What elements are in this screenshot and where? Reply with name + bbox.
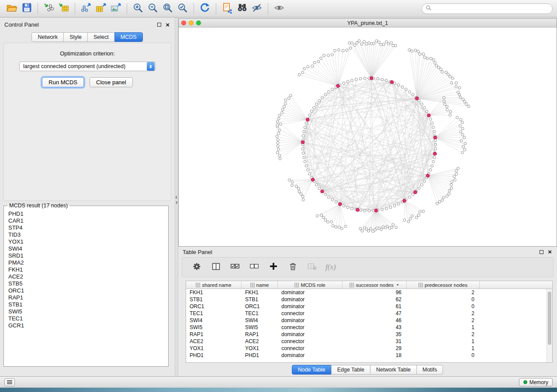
cell[interactable]: 43 [343, 324, 407, 330]
apply-layout-button[interactable] [197, 2, 212, 16]
mcds-node-item[interactable]: ACE2 [8, 273, 168, 280]
float-panel-icon[interactable] [157, 23, 161, 27]
cell[interactable]: 1 [407, 324, 480, 330]
select-all-button[interactable] [229, 261, 241, 273]
mcds-node-item[interactable]: CAR1 [8, 217, 168, 224]
save-session-button[interactable] [19, 2, 34, 16]
cell[interactable]: 46 [343, 317, 407, 323]
cell[interactable]: TEC1 [242, 310, 278, 316]
column-header-name[interactable]: name [242, 281, 278, 289]
cell[interactable]: PHD1 [242, 352, 278, 358]
mcds-node-item[interactable]: YOX1 [8, 238, 168, 245]
column-header-predecessor-nodes[interactable]: predecessor nodes [407, 281, 480, 289]
cell[interactable]: dominator [278, 303, 343, 309]
cell[interactable]: dominator [278, 317, 343, 323]
cell[interactable]: ACE2 [186, 338, 242, 344]
run-mcds-button[interactable]: Run MCDS [42, 77, 84, 87]
mcds-node-item[interactable]: FKH1 [8, 266, 168, 273]
cell[interactable]: dominator [278, 352, 343, 358]
tab-style[interactable]: Style [63, 32, 88, 42]
criterion-dropdown[interactable]: largest connected component (undirected) [19, 62, 156, 71]
cell[interactable]: STB1 [186, 296, 242, 303]
mcds-node-item[interactable]: SWI4 [8, 245, 168, 252]
cell[interactable]: YOX1 [186, 345, 242, 351]
mcds-node-item[interactable]: SRD1 [8, 252, 168, 259]
cell[interactable]: PHD1 [186, 352, 242, 358]
cell[interactable]: 62 [343, 296, 407, 303]
export-table-button[interactable] [93, 2, 108, 16]
collapse-left-icon[interactable] [175, 196, 177, 199]
zoom-fit-button[interactable] [160, 2, 175, 16]
import-network-button[interactable] [42, 2, 56, 16]
table-row[interactable]: FKH1FKH1dominator962 [186, 289, 547, 296]
cell[interactable]: RAP1 [242, 331, 278, 337]
cell[interactable]: 2 [407, 317, 480, 323]
export-network-button[interactable] [79, 2, 93, 16]
show-columns-button[interactable] [210, 261, 221, 273]
table-row[interactable]: SWI5SWI5connector431 [186, 324, 547, 331]
export-image-button[interactable] [108, 2, 123, 16]
zoom-selected-button[interactable] [175, 2, 190, 16]
table-row[interactable]: STB1STB1dominator620 [186, 296, 547, 303]
cell[interactable]: SWI5 [186, 324, 242, 330]
deselect-all-button[interactable] [249, 261, 260, 273]
cell[interactable]: FKH1 [186, 289, 242, 296]
tab-motifs[interactable]: Motifs [416, 365, 443, 375]
mcds-node-item[interactable]: STB5 [8, 280, 168, 287]
cell[interactable]: 31 [343, 338, 407, 344]
cell[interactable]: dominator [278, 331, 343, 337]
mcds-node-item[interactable]: TEC1 [8, 315, 168, 322]
search-input[interactable] [434, 6, 549, 12]
float-panel-icon[interactable] [540, 250, 543, 254]
cell[interactable]: dominator [278, 289, 343, 296]
tab-mcds[interactable]: MCDS [114, 32, 143, 42]
network-canvas[interactable] [179, 28, 557, 246]
cell[interactable]: connector [278, 345, 343, 351]
cell[interactable]: RAP1 [186, 331, 242, 337]
table-settings-button[interactable] [191, 261, 202, 273]
cell[interactable]: ORC1 [186, 303, 242, 309]
cell[interactable]: 0 [407, 303, 480, 309]
close-panel-icon[interactable]: × [166, 23, 170, 27]
search-box[interactable] [422, 3, 553, 14]
network-titlebar[interactable]: YPA_prune.txt_1 [179, 19, 557, 28]
tab-network[interactable]: Network [31, 32, 64, 42]
close-panel-icon[interactable]: × [548, 250, 552, 254]
mcds-node-item[interactable]: PMA2 [8, 259, 168, 266]
hide-elements-button[interactable] [249, 2, 264, 16]
mcds-node-item[interactable]: ORC1 [8, 287, 168, 294]
cell[interactable]: 47 [343, 310, 407, 316]
scrollbar-thumb[interactable] [548, 292, 551, 345]
table-row[interactable]: PHD1PHD1dominator180 [186, 352, 547, 359]
create-column-button[interactable] [268, 261, 279, 273]
table-row[interactable]: YOX1YOX1connector291 [186, 345, 547, 352]
open-file-button[interactable] [4, 2, 19, 16]
cell[interactable]: connector [278, 338, 343, 344]
find-button[interactable] [235, 2, 249, 16]
zoom-out-button[interactable] [145, 2, 160, 16]
cell[interactable]: 61 [343, 303, 407, 309]
cell[interactable]: FKH1 [242, 289, 278, 296]
column-header-successor-nodes[interactable]: successor nodes▼ [343, 281, 407, 289]
cell[interactable]: STB1 [242, 296, 278, 303]
mcds-node-item[interactable]: RAP1 [8, 294, 168, 301]
cell[interactable]: 0 [407, 352, 480, 358]
table-vertical-scrollbar[interactable] [547, 289, 552, 362]
delete-column-button[interactable] [287, 261, 298, 273]
cell[interactable]: 2 [407, 331, 480, 337]
collapse-right-icon[interactable] [176, 201, 178, 204]
cell[interactable]: TEC1 [186, 310, 242, 316]
cell[interactable]: ORC1 [242, 303, 278, 309]
cell[interactable]: dominator [278, 296, 343, 303]
zoom-in-button[interactable] [131, 2, 145, 16]
cell[interactable]: SWI5 [242, 324, 278, 330]
mcds-result-list[interactable]: PHD1CAR1STP4TID3YOX1SWI4SRD1PMA2FKH1ACE2… [4, 209, 168, 362]
tab-select[interactable]: Select [87, 32, 115, 42]
table-row[interactable]: ORC1ORC1dominator610 [186, 303, 547, 310]
cell[interactable]: 1 [407, 338, 480, 344]
memory-button[interactable]: Memory [519, 378, 553, 386]
tab-node-table[interactable]: Node Table [292, 365, 332, 375]
table-row[interactable]: ACE2ACE2connector311 [186, 338, 547, 345]
vertical-splitter[interactable] [175, 17, 178, 376]
column-header-MCDS-role[interactable]: MCDS role [278, 281, 343, 289]
